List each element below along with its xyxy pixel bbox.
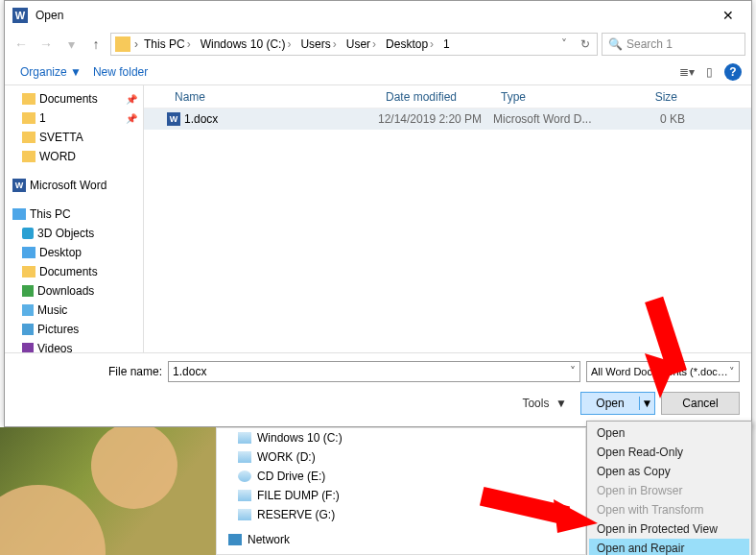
title-bar: W Open ✕ [5, 1, 751, 30]
tree-item[interactable]: Documents [11, 262, 143, 281]
drive-item[interactable]: CD Drive (E:) [217, 467, 585, 486]
chevron-down-icon[interactable]: ˅ [729, 366, 735, 378]
word-file-icon: W [167, 112, 180, 126]
search-icon: 🔍 [608, 37, 623, 51]
tree-item[interactable]: 3D Objects [11, 224, 143, 243]
breadcrumb-item[interactable]: Desktop› [382, 34, 437, 55]
chevron-right-icon[interactable]: › [134, 37, 138, 51]
nav-row: ← → ▾ ↑ › This PC› Windows 10 (C:)› User… [5, 30, 751, 59]
tree-item[interactable]: Pictures [11, 320, 143, 339]
chevron-right-icon: › [333, 37, 337, 51]
breadcrumb-item[interactable]: Users› [296, 34, 340, 55]
folder-icon [22, 266, 35, 278]
folder-icon [22, 228, 34, 239]
word-icon: W [12, 179, 26, 192]
chevron-right-icon: › [187, 37, 191, 51]
view-details-icon[interactable]: ≣▾ [677, 65, 697, 79]
col-date[interactable]: Date modified [378, 90, 493, 104]
window-title: Open [35, 9, 713, 22]
col-type[interactable]: Type [493, 90, 608, 104]
desktop-wallpaper [0, 427, 216, 555]
background-explorer: Windows 10 (C:) WORK (D:) CD Drive (E:) … [216, 427, 586, 555]
open-button[interactable]: Open ▼ [580, 392, 655, 415]
pc-icon [12, 208, 26, 220]
back-button[interactable]: ← [11, 34, 32, 55]
breadcrumb-item[interactable]: 1 [439, 34, 454, 55]
tree-item[interactable]: WORD [11, 147, 143, 166]
open-split-dropdown[interactable]: ▼ [639, 397, 654, 410]
search-input[interactable]: 🔍 Search 1 [602, 33, 745, 56]
tree-item[interactable]: Music [11, 301, 143, 320]
filename-label: File name: [108, 365, 162, 378]
dialog-footer: File name: 1.docx ˅ All Word Documents (… [5, 352, 751, 426]
help-button[interactable]: ? [724, 63, 742, 81]
folder-icon [22, 93, 35, 105]
chevron-right-icon: › [287, 37, 291, 51]
recent-dropdown[interactable]: ▾ [60, 34, 82, 55]
search-placeholder: Search 1 [626, 37, 673, 51]
music-icon [22, 304, 34, 316]
pictures-icon [22, 324, 34, 335]
network-icon [228, 534, 242, 545]
background-area: Windows 10 (C:) WORK (D:) CD Drive (E:) … [0, 427, 756, 555]
cancel-button[interactable]: Cancel [661, 392, 740, 415]
list-header: Name Date modified Type Size [144, 85, 751, 109]
videos-icon [22, 343, 34, 352]
address-dropdown[interactable]: ˅ [555, 37, 574, 51]
drive-item[interactable]: FILE DUMP (F:) [217, 486, 585, 505]
drive-icon [238, 490, 251, 501]
breadcrumb-item[interactable]: Windows 10 (C:)› [197, 34, 295, 55]
pin-icon: 📌 [126, 94, 141, 105]
folder-icon [22, 151, 35, 162]
address-bar[interactable]: › This PC› Windows 10 (C:)› Users› User›… [110, 33, 598, 56]
open-dialog: W Open ✕ ← → ▾ ↑ › This PC› Windows 10 (… [4, 0, 752, 427]
breadcrumb-item[interactable]: This PC› [140, 34, 195, 55]
cd-drive-icon [238, 471, 251, 482]
organize-button[interactable]: Organize ▼ [14, 65, 87, 79]
col-name[interactable]: Name [167, 90, 378, 104]
chevron-right-icon: › [430, 37, 434, 51]
tree-item[interactable]: 1📌 [11, 109, 143, 128]
chevron-down-icon[interactable]: ˅ [570, 365, 576, 378]
filetype-select[interactable]: All Word Documents (*.docx;*.d ˅ [586, 361, 740, 382]
filename-input[interactable]: 1.docx ˅ [168, 361, 580, 382]
tree-item[interactable]: Downloads [11, 281, 143, 301]
drive-icon [238, 509, 251, 520]
view-options: ≣▾ ▯ [677, 65, 719, 79]
close-button[interactable]: ✕ [713, 4, 744, 27]
tree-item[interactable]: SVETTA [11, 128, 143, 147]
up-button[interactable]: ↑ [85, 34, 106, 55]
col-size[interactable]: Size [608, 90, 685, 104]
word-icon: W [12, 8, 28, 23]
forward-button[interactable]: → [35, 34, 57, 55]
new-folder-button[interactable]: New folder [87, 65, 154, 79]
tree-item[interactable]: Videos [11, 339, 143, 352]
chevron-right-icon: › [372, 37, 376, 51]
tools-button[interactable]: Tools ▼ [522, 397, 567, 410]
folder-icon [22, 132, 35, 143]
drive-item[interactable]: Windows 10 (C:) [217, 428, 585, 447]
tree-item[interactable]: Documents📌 [11, 89, 143, 109]
drive-icon [238, 451, 251, 463]
drive-icon [238, 432, 251, 444]
command-bar: Organize ▼ New folder ≣▾ ▯ ? [5, 59, 751, 85]
tree-item[interactable]: Desktop [11, 243, 143, 262]
preview-pane-icon[interactable]: ▯ [699, 65, 719, 79]
pin-icon: 📌 [126, 113, 141, 124]
downloads-icon [22, 285, 34, 297]
nav-tree: Documents📌 1📌 SVETTA WORD WMicrosoft Wor… [5, 85, 144, 352]
network-item[interactable]: Network [217, 530, 585, 549]
drive-item[interactable]: WORK (D:) [217, 447, 585, 467]
refresh-button[interactable]: ↻ [576, 37, 595, 51]
tree-item-pc[interactable]: This PC [11, 205, 143, 224]
file-row[interactable]: W1.docx 12/14/2019 2:20 PM Microsoft Wor… [144, 109, 751, 130]
file-list: Name Date modified Type Size W1.docx 12/… [144, 85, 751, 352]
drive-item[interactable]: RESERVE (G:) [217, 505, 585, 524]
breadcrumb-item[interactable]: User› [343, 34, 380, 55]
folder-icon [115, 36, 130, 52]
desktop-icon [22, 247, 35, 258]
folder-icon [22, 112, 35, 124]
tree-item-word[interactable]: WMicrosoft Word [11, 176, 143, 195]
